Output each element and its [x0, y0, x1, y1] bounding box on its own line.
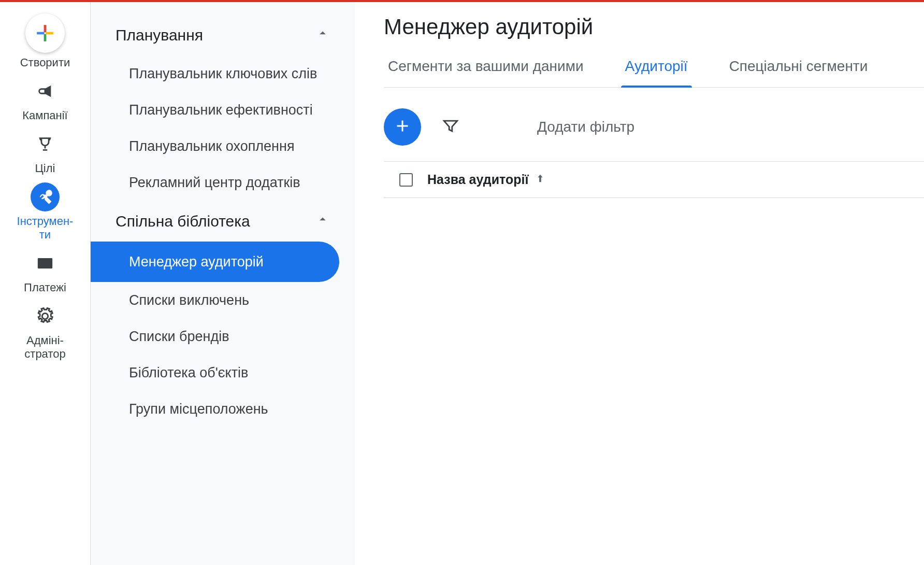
- sort-ascending-icon: [535, 172, 546, 187]
- page-title: Менеджер аудиторій: [384, 15, 924, 39]
- plus-multicolor-icon: [25, 13, 65, 53]
- sidebar-group-shared-library-label: Спільна бібліотека: [116, 213, 250, 230]
- rail-tools-label: Інструмен- ти: [17, 215, 74, 242]
- sidebar-group-planning-label: Планування: [116, 26, 203, 44]
- svg-rect-0: [44, 25, 47, 32]
- rail-create-label: Створити: [20, 56, 70, 69]
- sidebar-item-reach-planner[interactable]: Планувальник охоплення: [91, 128, 355, 164]
- rail-goals-button[interactable]: Цілі: [9, 130, 81, 178]
- credit-card-icon: [31, 249, 60, 278]
- toolbar: Додати фільтр: [384, 104, 924, 162]
- funnel-icon: [442, 128, 459, 136]
- tools-sidebar: Планування Планувальник ключових слів Пл…: [91, 2, 355, 565]
- sidebar-item-keyword-planner[interactable]: Планувальник ключових слів: [91, 55, 355, 92]
- chevron-up-icon: [315, 26, 330, 44]
- column-audience-name[interactable]: Назва аудиторії: [427, 172, 546, 187]
- chevron-up-icon: [315, 212, 330, 230]
- sidebar-item-asset-library[interactable]: Бібліотека об'єктів: [91, 355, 355, 391]
- tab-bar: Сегменти за вашими даними Аудиторії Спец…: [384, 58, 924, 88]
- plus-icon: [393, 117, 412, 137]
- add-filter-input[interactable]: Додати фільтр: [480, 119, 634, 135]
- main-content: Менеджер аудиторій Сегменти за вашими да…: [355, 2, 924, 565]
- gear-icon: [31, 302, 60, 331]
- table-header-row: Назва аудиторії: [384, 162, 924, 198]
- rail-admin-button[interactable]: Адміні- стратор: [9, 302, 81, 364]
- svg-rect-3: [46, 32, 53, 35]
- sidebar-item-location-groups[interactable]: Групи місцеположень: [91, 391, 355, 427]
- tools-icon: [31, 182, 60, 211]
- rail-campaigns-label: Кампанії: [22, 109, 67, 122]
- tab-custom-segments[interactable]: Спеціальні сегменти: [725, 58, 872, 87]
- rail-create-button[interactable]: Створити: [9, 13, 81, 73]
- tab-your-data-segments[interactable]: Сегменти за вашими даними: [384, 58, 588, 87]
- sidebar-item-exclusion-lists[interactable]: Списки виключень: [91, 282, 355, 318]
- rail-goals-label: Цілі: [35, 162, 55, 175]
- left-rail: Створити Кампанії Цілі Інструмен- ти Пла: [0, 2, 91, 565]
- rail-campaigns-button[interactable]: Кампанії: [9, 77, 81, 125]
- sidebar-item-brand-lists[interactable]: Списки брендів: [91, 318, 355, 355]
- rail-admin-label: Адміні- стратор: [24, 334, 65, 361]
- svg-rect-1: [44, 34, 47, 41]
- rail-tools-button[interactable]: Інструмен- ти: [9, 182, 81, 245]
- sidebar-item-app-ad-hub[interactable]: Рекламний центр додатків: [91, 164, 355, 201]
- svg-rect-2: [37, 32, 44, 35]
- rail-payments-button[interactable]: Платежі: [9, 249, 81, 298]
- rail-payments-label: Платежі: [24, 281, 66, 294]
- add-audience-button[interactable]: [384, 108, 421, 146]
- sidebar-group-shared-library[interactable]: Спільна бібліотека: [91, 201, 355, 242]
- app-root: Створити Кампанії Цілі Інструмен- ти Пла: [0, 0, 924, 565]
- megaphone-icon: [31, 77, 60, 106]
- sidebar-item-performance-planner[interactable]: Планувальник ефективності: [91, 92, 355, 128]
- sidebar-group-planning[interactable]: Планування: [91, 15, 355, 55]
- column-audience-name-label: Назва аудиторії: [427, 172, 528, 187]
- tab-audiences[interactable]: Аудиторії: [621, 58, 692, 87]
- trophy-icon: [31, 130, 60, 159]
- select-all-checkbox[interactable]: [399, 173, 413, 187]
- filter-button[interactable]: [442, 117, 459, 137]
- sidebar-item-audience-manager[interactable]: Менеджер аудиторій: [91, 242, 339, 282]
